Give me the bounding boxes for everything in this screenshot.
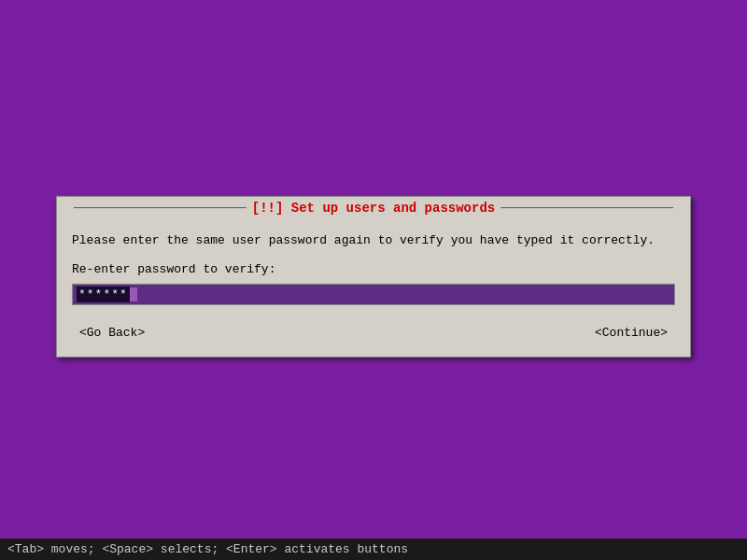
dialog-title-prefix: [!!] bbox=[252, 201, 284, 216]
password-rest bbox=[137, 287, 670, 301]
dialog-title-bar: ────────────────────── [!!] Set up users… bbox=[57, 197, 690, 219]
go-back-button[interactable]: <Go Back> bbox=[72, 324, 152, 342]
main-dialog: ────────────────────── [!!] Set up users… bbox=[56, 196, 691, 357]
dialog-title: [!!] Set up users and passwords bbox=[252, 201, 495, 216]
password-display: ****** bbox=[77, 287, 130, 302]
password-label: Re-enter password to verify: bbox=[72, 262, 675, 276]
description-text: Please enter the same user password agai… bbox=[72, 232, 675, 249]
title-dashes-right: ────────────────────── bbox=[500, 201, 673, 216]
password-cursor bbox=[130, 287, 137, 301]
continue-button[interactable]: <Continue> bbox=[587, 324, 675, 342]
title-dashes-left: ────────────────────── bbox=[74, 201, 247, 216]
dialog-title-main: Set up users and passwords bbox=[291, 201, 495, 216]
status-bar: <Tab> moves; <Space> selects; <Enter> ac… bbox=[0, 539, 747, 560]
dialog-body: Please enter the same user password agai… bbox=[57, 219, 690, 357]
password-input-area: ****** bbox=[77, 287, 670, 302]
password-field-container[interactable]: ****** bbox=[72, 284, 675, 305]
status-bar-text: <Tab> moves; <Space> selects; <Enter> ac… bbox=[7, 542, 408, 556]
dialog-buttons: <Go Back> <Continue> bbox=[72, 320, 675, 343]
